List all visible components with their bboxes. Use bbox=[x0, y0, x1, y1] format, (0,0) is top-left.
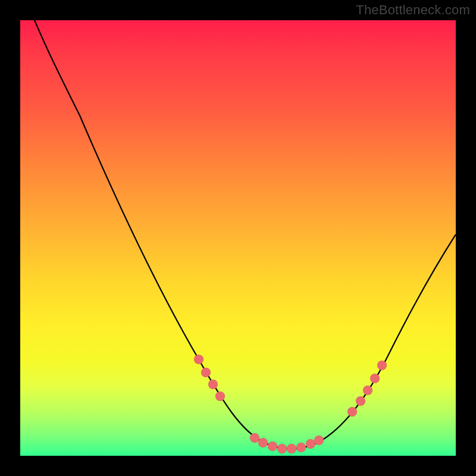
bead-icon bbox=[250, 433, 259, 443]
watermark-text: TheBottleneck.com bbox=[356, 2, 470, 18]
bead-icon bbox=[377, 361, 387, 370]
bead-icon bbox=[347, 407, 357, 416]
bead-icon bbox=[296, 443, 306, 452]
bead-icon bbox=[370, 374, 380, 383]
bead-icon bbox=[215, 392, 225, 401]
bead-icon bbox=[208, 380, 218, 389]
chart-svg bbox=[20, 20, 456, 456]
chart-frame: TheBottleneck.com bbox=[0, 0, 476, 476]
bead-icon bbox=[268, 441, 277, 451]
plot-area bbox=[20, 20, 456, 456]
curve-path bbox=[20, 20, 456, 449]
bead-icon bbox=[306, 439, 315, 449]
bead-icon bbox=[194, 355, 203, 364]
bead-group bbox=[194, 355, 387, 453]
curve-line bbox=[20, 20, 456, 449]
bead-icon bbox=[363, 386, 372, 395]
bead-icon bbox=[287, 444, 296, 453]
bead-icon bbox=[277, 444, 287, 453]
bead-icon bbox=[314, 436, 324, 445]
bead-icon bbox=[356, 396, 365, 406]
bead-icon bbox=[201, 368, 211, 377]
bead-icon bbox=[258, 438, 268, 447]
